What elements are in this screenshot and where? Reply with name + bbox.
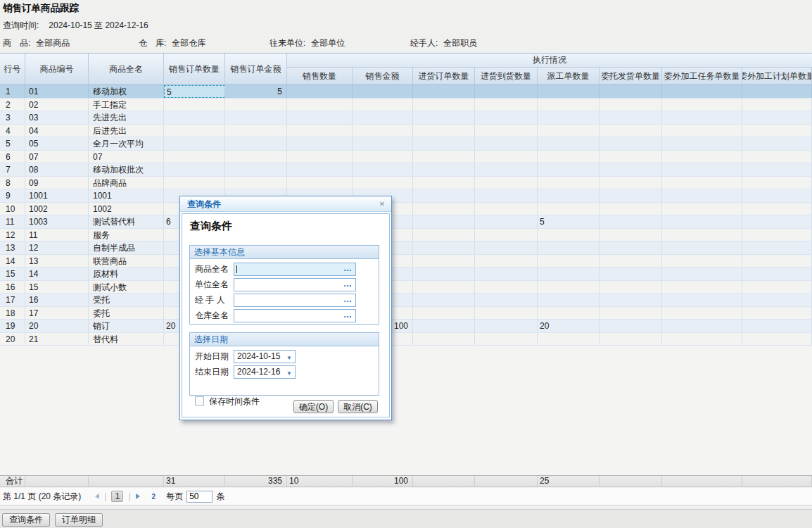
cell[interactable]: 移动加权批次 (89, 163, 164, 176)
cell[interactable]: 21 (25, 333, 89, 346)
cell[interactable] (538, 177, 600, 189)
field-input[interactable]: … (234, 309, 356, 322)
cell[interactable]: 后进先出 (89, 125, 164, 137)
cell[interactable] (662, 177, 742, 189)
cell[interactable] (538, 85, 600, 98)
cell[interactable] (600, 255, 662, 268)
ellipsis-button[interactable]: … (343, 263, 353, 274)
table-row[interactable]: 9 1001 1001 (0, 189, 812, 203)
cell[interactable] (353, 151, 413, 163)
cell[interactable]: 全月一次平均 (89, 137, 164, 150)
column-header-consign-ship-qty[interactable]: 委托发货单数量 (600, 68, 662, 85)
cell[interactable] (742, 229, 812, 241)
table-row[interactable]: 15 14 原材料 (0, 268, 812, 281)
cell[interactable] (413, 111, 475, 124)
column-header-outsource-task-qty[interactable]: 委外加工任务单数量 (662, 68, 742, 85)
cell[interactable] (600, 281, 662, 294)
cell[interactable] (600, 151, 662, 163)
cell[interactable]: 15 (0, 268, 25, 280)
next-page-icon[interactable] (136, 494, 140, 499)
cell[interactable]: 手工指定 (89, 99, 164, 111)
cell[interactable] (662, 294, 742, 306)
cell[interactable] (413, 281, 475, 294)
cell[interactable] (600, 189, 662, 202)
cell[interactable] (538, 241, 600, 254)
table-row[interactable]: 20 21 替代料 (0, 333, 812, 346)
cell[interactable] (475, 241, 538, 254)
cell[interactable] (353, 85, 413, 98)
cell[interactable]: 13 (0, 241, 25, 254)
cell[interactable] (164, 137, 225, 150)
cell[interactable] (353, 137, 413, 150)
cell[interactable]: 6 (0, 151, 25, 163)
bottom-tab-order-detail[interactable]: 订单明细 (55, 513, 103, 527)
cell[interactable] (538, 111, 600, 124)
table-row[interactable]: 4 04 后进先出 (0, 125, 812, 138)
table-row[interactable]: 18 17 委托 (0, 307, 812, 320)
cell[interactable]: 1003 (25, 215, 89, 228)
cell[interactable] (662, 85, 742, 98)
cell[interactable] (600, 99, 662, 111)
column-header-product-code[interactable]: 商品编号 (25, 54, 89, 85)
prev-page-icon[interactable] (95, 494, 99, 499)
cell[interactable] (475, 137, 538, 150)
field-input[interactable]: … (234, 294, 356, 307)
cell[interactable]: 1 (0, 85, 25, 98)
ellipsis-button[interactable]: … (343, 294, 353, 305)
cell[interactable] (538, 268, 600, 280)
cell[interactable] (662, 333, 742, 346)
cell[interactable] (413, 241, 475, 254)
cell[interactable]: 08 (25, 163, 89, 176)
cell[interactable] (413, 203, 475, 215)
cell[interactable]: 委托 (89, 307, 164, 320)
cell[interactable] (662, 163, 742, 176)
cell[interactable] (413, 268, 475, 280)
table-row[interactable]: 2 02 手工指定 (0, 99, 812, 112)
cell[interactable]: 03 (25, 111, 89, 124)
cell[interactable]: 12 (25, 241, 89, 254)
cell[interactable] (742, 163, 812, 176)
cell[interactable] (287, 85, 353, 98)
cell[interactable] (600, 125, 662, 137)
table-row[interactable]: 13 12 自制半成品 (0, 241, 812, 255)
cell[interactable]: 09 (25, 177, 89, 189)
column-header-purchase-arrival-qty[interactable]: 进货到货数量 (475, 68, 538, 85)
cell[interactable] (413, 99, 475, 111)
cell[interactable] (225, 99, 287, 111)
cell[interactable] (662, 241, 742, 254)
cell[interactable] (600, 268, 662, 280)
field-input[interactable]: … (234, 263, 356, 276)
cell[interactable]: 14 (0, 255, 25, 268)
cell[interactable] (662, 189, 742, 202)
column-header-order-qty[interactable]: 销售订单数量 (164, 54, 225, 85)
cell[interactable]: 15 (25, 281, 89, 294)
cell[interactable] (538, 255, 600, 268)
table-row[interactable]: 16 15 测试小数 (0, 281, 812, 294)
cell[interactable]: 5 (225, 85, 287, 98)
cell[interactable] (742, 241, 812, 254)
cell[interactable] (662, 151, 742, 163)
cell[interactable] (600, 241, 662, 254)
cell[interactable]: 16 (0, 281, 25, 294)
table-row[interactable]: 11 1003 测试替代料 6 5 (0, 215, 812, 229)
cell[interactable] (353, 111, 413, 124)
cell[interactable] (475, 189, 538, 202)
cell[interactable] (662, 307, 742, 320)
cell[interactable] (475, 320, 538, 332)
cell[interactable] (742, 125, 812, 137)
cancel-button[interactable]: 取消(C) (338, 400, 378, 413)
cell[interactable] (742, 137, 812, 150)
cell[interactable] (600, 307, 662, 320)
cell[interactable]: 07 (89, 151, 164, 163)
cell[interactable] (662, 111, 742, 124)
cell[interactable]: 销订 (89, 320, 164, 332)
cell[interactable] (538, 229, 600, 241)
cell[interactable] (225, 137, 287, 150)
cell[interactable] (742, 151, 812, 163)
cell[interactable] (742, 189, 812, 202)
table-row[interactable]: 6 07 07 (0, 151, 812, 164)
cell[interactable] (600, 203, 662, 215)
cell[interactable]: 19 (0, 320, 25, 332)
cell[interactable] (413, 163, 475, 176)
cell[interactable] (662, 215, 742, 228)
